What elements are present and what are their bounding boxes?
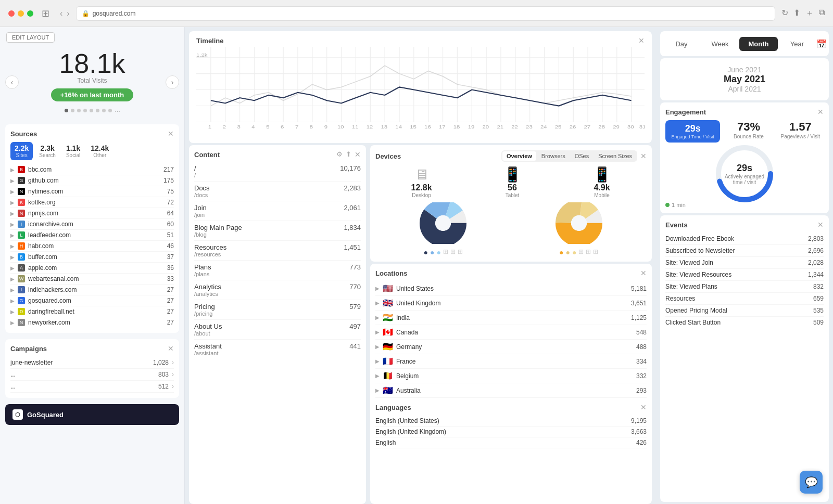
event-viewed-join[interactable]: Site: Viewed Join 2,028: [665, 257, 824, 269]
campaign-row-3[interactable]: ... 512 ›: [10, 381, 174, 393]
period-past[interactable]: April 2021: [671, 85, 818, 93]
sources-tab-other[interactable]: 12.4k Other: [86, 142, 113, 160]
location-us[interactable]: ▶ 🇺🇸 United States 5,181: [375, 281, 647, 296]
back-icon[interactable]: ‹: [60, 9, 62, 18]
campaign-row-2[interactable]: ... 803 ›: [10, 369, 174, 381]
source-row[interactable]: ▶ A apple.com 36: [10, 263, 174, 274]
dot-7[interactable]: [102, 109, 106, 112]
content-item-plans[interactable]: Plans 773 /plans: [194, 261, 361, 280]
lang-en-gb[interactable]: English (United Kingdom) 3,663: [375, 427, 647, 437]
content-export-icon[interactable]: ⬆: [346, 150, 351, 159]
reload-icon[interactable]: ↻: [781, 8, 788, 19]
event-viewed-resources[interactable]: Site: Viewed Resources 1,344: [665, 269, 824, 281]
dot-1[interactable]: [65, 109, 68, 112]
window-controls[interactable]: [8, 10, 33, 17]
address-bar[interactable]: 🔒 gosquared.com: [76, 6, 775, 21]
source-row[interactable]: ▶ D daringfireball.net 27: [10, 306, 174, 317]
content-item-assistant[interactable]: Assistant 441 /assistant: [194, 340, 361, 359]
content-item-pricing[interactable]: Pricing 579 /pricing: [194, 300, 361, 320]
campaign-row-1[interactable]: june-newsletter 1,028 ›: [10, 357, 174, 369]
event-pricing-modal[interactable]: Opened Pricing Modal 535: [665, 305, 824, 317]
engagement-close[interactable]: ✕: [817, 108, 824, 116]
time-tab-week[interactable]: Week: [701, 37, 739, 51]
location-uk[interactable]: ▶ 🇬🇧 United Kingdom 3,651: [375, 296, 647, 311]
calendar-icon[interactable]: 📅: [816, 39, 827, 49]
event-viewed-plans[interactable]: Site: Viewed Plans 832: [665, 281, 824, 293]
content-item-resources[interactable]: Resources 1,451 /resources: [194, 241, 361, 261]
lang-en-us[interactable]: English (United States) 9,195: [375, 416, 647, 427]
sources-tab-sites[interactable]: 2.2k Sites: [10, 142, 33, 160]
location-germany[interactable]: ▶ 🇩🇪 Germany 488: [375, 340, 647, 354]
sources-tab-search[interactable]: 2.3k Search: [35, 142, 60, 160]
minimize-button[interactable]: [18, 10, 24, 17]
content-item-join[interactable]: Join 2,061 /join: [194, 201, 361, 221]
source-row[interactable]: ▶ I iconarchive.com 60: [10, 219, 174, 230]
events-close[interactable]: ✕: [817, 221, 824, 229]
time-tab-day[interactable]: Day: [662, 37, 701, 51]
period-future[interactable]: June 2021: [671, 66, 818, 74]
sources-close[interactable]: ✕: [168, 130, 174, 138]
next-arrow[interactable]: ›: [166, 75, 179, 89]
source-row[interactable]: ▶ N npmjs.com 64: [10, 208, 174, 219]
germany-expand[interactable]: ▶: [375, 344, 380, 350]
location-france[interactable]: ▶ 🇫🇷 France 334: [375, 354, 647, 369]
tab-list-icon[interactable]: ⧉: [819, 8, 825, 19]
event-newsletter[interactable]: Subscribed to Newsletter 2,696: [665, 245, 824, 257]
source-row[interactable]: ▶ B bbc.com 217: [10, 164, 174, 175]
dot-2[interactable]: [71, 109, 74, 112]
device-tab-browsers[interactable]: Browsers: [537, 151, 570, 161]
forward-icon[interactable]: ›: [67, 9, 69, 18]
location-india[interactable]: ▶ 🇮🇳 India 1,125: [375, 311, 647, 325]
canada-expand[interactable]: ▶: [375, 329, 380, 335]
devices-close[interactable]: ✕: [640, 152, 647, 160]
close-button[interactable]: [8, 10, 15, 17]
browser-navigation[interactable]: ‹ ›: [60, 9, 70, 18]
sources-tab-social[interactable]: 1.1k Social: [62, 142, 84, 160]
content-item-docs[interactable]: Docs 2,283 /docs: [194, 182, 361, 201]
device-tab-screen[interactable]: Screen Sizes: [594, 151, 636, 161]
france-expand[interactable]: ▶: [375, 358, 380, 364]
chat-button[interactable]: 💬: [800, 471, 823, 494]
campaigns-close[interactable]: ✕: [168, 344, 174, 353]
source-row[interactable]: ▶ N newyorker.com 27: [10, 317, 174, 328]
source-row[interactable]: ▶ B buffer.com 37: [10, 252, 174, 263]
dot-4[interactable]: [83, 109, 87, 112]
event-ebook[interactable]: Downloaded Free Ebook 2,803: [665, 233, 824, 245]
source-row[interactable]: ▶ N nytimes.com 75: [10, 186, 174, 197]
location-belgium[interactable]: ▶ 🇧🇪 Belgium 332: [375, 369, 647, 383]
source-row[interactable]: ▶ K kottke.org 72: [10, 197, 174, 208]
source-row[interactable]: ▶ L leadfeeder.com 51: [10, 230, 174, 241]
browser-actions[interactable]: ↻ ⬆ ＋ ⧉: [781, 8, 825, 19]
time-tab-month[interactable]: Month: [739, 37, 778, 51]
content-close[interactable]: ✕: [355, 150, 361, 159]
uk-expand[interactable]: ▶: [375, 300, 380, 306]
content-item-root[interactable]: / 10,176 /: [194, 162, 361, 182]
location-australia[interactable]: ▶ 🇦🇺 Australia 293: [375, 383, 647, 398]
time-tab-year[interactable]: Year: [778, 37, 816, 51]
dot-6[interactable]: [96, 109, 99, 112]
dot-8[interactable]: [108, 109, 112, 112]
india-expand[interactable]: ▶: [375, 315, 380, 320]
belgium-expand[interactable]: ▶: [375, 373, 380, 379]
locations-close[interactable]: ✕: [640, 269, 647, 277]
source-row[interactable]: ▶ G github.com 175: [10, 175, 174, 186]
device-tab-overview[interactable]: Overview: [502, 151, 536, 161]
prev-arrow[interactable]: ‹: [5, 75, 19, 89]
device-tab-oses[interactable]: OSes: [571, 151, 594, 161]
content-settings-icon[interactable]: ⚙: [336, 150, 343, 159]
edit-layout-button[interactable]: EDIT LAYOUT: [6, 32, 55, 43]
add-tab-icon[interactable]: ＋: [805, 8, 814, 19]
maximize-button[interactable]: [27, 10, 33, 17]
event-start-button[interactable]: Clicked Start Button 509: [665, 317, 824, 328]
australia-expand[interactable]: ▶: [375, 387, 380, 393]
timeline-close[interactable]: ✕: [638, 36, 645, 45]
source-row[interactable]: ▶ I indiehackers.com 27: [10, 285, 174, 295]
us-expand[interactable]: ▶: [375, 286, 380, 291]
event-resources[interactable]: Resources 659: [665, 293, 824, 305]
share-icon[interactable]: ⬆: [793, 8, 800, 19]
source-row[interactable]: ▶ H habr.com 46: [10, 241, 174, 252]
content-item-about[interactable]: About Us 497 /about: [194, 320, 361, 340]
languages-close[interactable]: ✕: [640, 403, 647, 411]
dot-3[interactable]: [77, 109, 81, 112]
content-item-blog[interactable]: Blog Main Page 1,834 /blog: [194, 221, 361, 241]
